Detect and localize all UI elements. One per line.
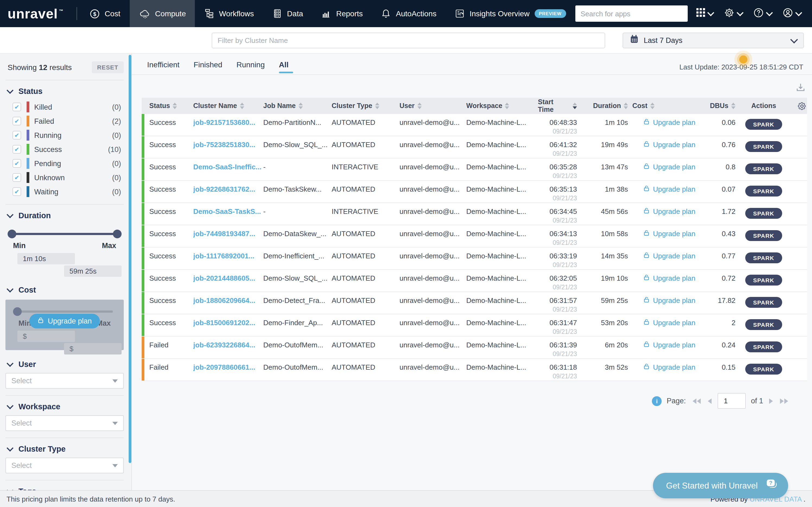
sidebar-scrollbar[interactable]	[129, 55, 131, 463]
date-range-picker[interactable]: Last 7 Days	[623, 33, 804, 48]
search-input[interactable]	[575, 5, 688, 22]
cluster-name-link[interactable]: Demo-SaaS-TaskS...	[193, 207, 261, 216]
cluster-name-link[interactable]: job-20214488605...	[193, 274, 255, 282]
cluster-name-link[interactable]: Demo-SaaS-Ineffic...	[193, 163, 262, 171]
column-header-cluster-type[interactable]: Cluster Type	[332, 102, 400, 110]
cluster-name-link[interactable]: job-18806209664...	[193, 296, 255, 304]
cost-upgrade-plan-link[interactable]: Upgrade plan	[632, 296, 696, 304]
help-menu[interactable]	[753, 7, 772, 20]
spark-action-button[interactable]: SPARK	[745, 364, 782, 375]
checkbox-checked[interactable]: ✔	[12, 159, 21, 168]
spark-action-button[interactable]: SPARK	[745, 319, 782, 330]
cluster-name-link[interactable]: job-62393226864...	[193, 341, 255, 349]
tab-inefficient[interactable]: Inefficient	[147, 60, 179, 73]
onboarding-beacon[interactable]	[739, 55, 747, 63]
column-header-status[interactable]: Status	[142, 102, 193, 110]
spark-action-button[interactable]: SPARK	[745, 252, 782, 263]
checkbox-checked[interactable]: ✔	[12, 131, 21, 139]
column-header-cost[interactable]: Cost	[632, 102, 700, 110]
cluster-type-section-header[interactable]: Cluster Type	[8, 445, 124, 453]
unravel-logo[interactable]: unravel™	[0, 0, 73, 27]
cost-upgrade-plan-link[interactable]: Upgrade plan	[632, 363, 696, 371]
sort-arrows-icon[interactable]	[240, 103, 244, 109]
first-page-button[interactable]	[692, 397, 702, 405]
cluster-name-link[interactable]: job-20978860661...	[193, 363, 255, 371]
column-header-duration[interactable]: Duration	[581, 102, 632, 110]
nav-item-autoactions[interactable]: AutoActions	[372, 0, 446, 27]
column-header-actions[interactable]: Actions	[740, 102, 792, 110]
sort-arrows-icon[interactable]	[573, 103, 577, 109]
spark-action-button[interactable]: SPARK	[745, 141, 782, 152]
cost-upgrade-plan-link[interactable]: Upgrade plan	[632, 341, 696, 349]
cost-upgrade-plan-link[interactable]: Upgrade plan	[632, 230, 696, 238]
spark-action-button[interactable]: SPARK	[745, 230, 782, 241]
slider-max-handle[interactable]	[113, 230, 122, 238]
apps-grid-menu[interactable]	[696, 8, 713, 19]
cost-upgrade-plan-link[interactable]: Upgrade plan	[632, 207, 696, 216]
next-page-button[interactable]	[768, 397, 774, 405]
nav-item-cost[interactable]: $Cost	[80, 0, 130, 27]
cost-upgrade-plan-link[interactable]: Upgrade plan	[632, 163, 696, 171]
tab-all[interactable]: All	[279, 60, 293, 73]
nav-item-reports[interactable]: Reports	[312, 0, 372, 27]
workspace-section-header[interactable]: Workspace	[8, 402, 124, 411]
table-settings-gear-icon[interactable]	[792, 101, 807, 110]
duration-section-header[interactable]: Duration	[8, 211, 124, 220]
settings-menu[interactable]	[724, 7, 743, 20]
tab-finished[interactable]: Finished	[193, 60, 222, 73]
sort-arrows-icon[interactable]	[650, 103, 654, 109]
cost-upgrade-plan-link[interactable]: Upgrade plan	[632, 319, 696, 327]
spark-action-button[interactable]: SPARK	[745, 163, 782, 174]
download-export-icon[interactable]	[796, 82, 806, 95]
checkbox-checked[interactable]: ✔	[12, 187, 21, 196]
column-header-dbus[interactable]: DBUs	[700, 102, 740, 110]
spark-action-button[interactable]: SPARK	[745, 119, 782, 130]
sort-arrows-icon[interactable]	[505, 103, 509, 109]
nav-item-workflows[interactable]: Workflows	[195, 0, 263, 27]
cost-upgrade-plan-link[interactable]: Upgrade plan	[632, 252, 696, 260]
status-section-header[interactable]: Status	[8, 87, 124, 96]
last-page-button[interactable]	[779, 397, 789, 405]
spark-action-button[interactable]: SPARK	[745, 297, 782, 308]
page-number-input[interactable]	[718, 393, 746, 409]
sort-arrows-icon[interactable]	[731, 103, 736, 109]
user-menu[interactable]	[783, 7, 801, 20]
cost-section-header[interactable]: Cost	[8, 286, 124, 294]
sort-arrows-icon[interactable]	[173, 103, 177, 109]
cost-upgrade-plan-link[interactable]: Upgrade plan	[632, 140, 696, 149]
cluster-name-link[interactable]: job-81500691202...	[193, 319, 255, 327]
cost-upgrade-plan-link[interactable]: Upgrade plan	[632, 185, 696, 193]
checkbox-checked[interactable]: ✔	[12, 117, 21, 125]
cluster-name-link[interactable]: job-74498193487...	[193, 230, 255, 238]
column-header-user[interactable]: User	[400, 102, 466, 110]
cluster-name-link[interactable]: job-92157153680...	[193, 118, 255, 126]
cluster-type-select[interactable]: Select	[5, 458, 124, 473]
checkbox-checked[interactable]: ✔	[12, 173, 21, 182]
cost-upgrade-plan-link[interactable]: Upgrade plan	[632, 274, 696, 282]
spark-action-button[interactable]: SPARK	[745, 275, 782, 286]
previous-page-button[interactable]	[707, 397, 713, 405]
user-section-header[interactable]: User	[8, 360, 124, 369]
cluster-name-filter-input[interactable]	[212, 32, 605, 48]
slider-min-handle[interactable]	[8, 230, 16, 238]
sort-arrows-icon[interactable]	[624, 103, 628, 109]
tab-running[interactable]: Running	[236, 60, 265, 73]
upgrade-plan-button[interactable]: Upgrade plan	[29, 314, 100, 328]
checkbox-checked[interactable]: ✔	[12, 103, 21, 111]
duration-range-slider[interactable]	[11, 230, 118, 238]
column-header-workspace[interactable]: Workspace	[466, 102, 538, 110]
duration-min-input[interactable]: 1m 10s	[17, 253, 75, 264]
nav-item-compute[interactable]: Compute	[129, 0, 195, 27]
cluster-name-link[interactable]: job-92268631762...	[193, 185, 255, 193]
duration-max-input[interactable]: 59m 25s	[64, 266, 122, 277]
spark-action-button[interactable]: SPARK	[745, 208, 782, 219]
tags-section-header[interactable]: Tags	[8, 487, 124, 490]
cost-upgrade-plan-link[interactable]: Upgrade plan	[632, 118, 696, 126]
spark-action-button[interactable]: SPARK	[745, 186, 782, 196]
cluster-name-link[interactable]: job-11176892001...	[193, 252, 254, 260]
sort-arrows-icon[interactable]	[417, 103, 422, 109]
nav-item-data[interactable]: Data	[263, 0, 312, 27]
checkbox-checked[interactable]: ✔	[12, 145, 21, 154]
cluster-name-link[interactable]: job-75238251830...	[193, 140, 255, 149]
reset-filters-button[interactable]: RESET	[92, 61, 124, 73]
